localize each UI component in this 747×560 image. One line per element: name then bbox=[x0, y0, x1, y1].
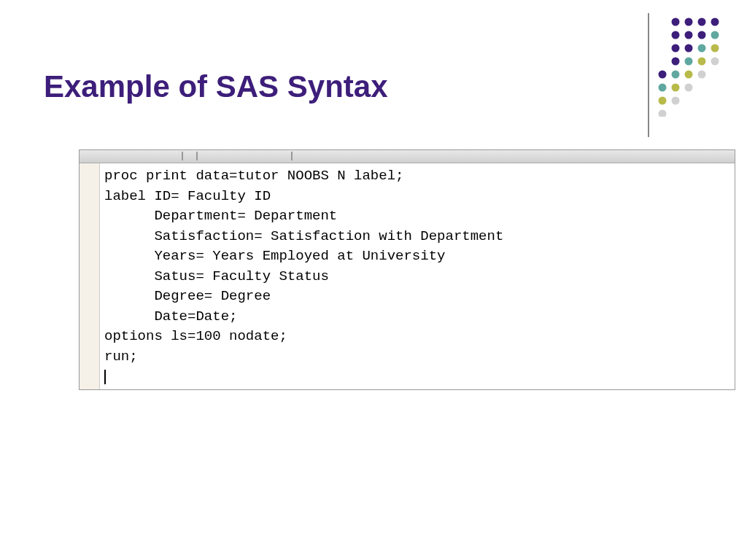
code-line: Date=Date; bbox=[104, 308, 237, 324]
decorative-dots bbox=[646, 15, 734, 117]
code-line: proc print data=tutor NOOBS N label; bbox=[104, 168, 403, 184]
svg-point-5 bbox=[685, 31, 693, 39]
svg-point-8 bbox=[672, 44, 680, 52]
svg-point-14 bbox=[698, 58, 706, 66]
code-line: Department= Department bbox=[104, 208, 337, 224]
svg-point-19 bbox=[698, 71, 706, 79]
editor-gutter bbox=[80, 163, 100, 389]
text-cursor bbox=[104, 370, 106, 384]
svg-point-16 bbox=[659, 71, 667, 79]
svg-point-2 bbox=[698, 18, 706, 26]
svg-point-12 bbox=[672, 58, 680, 66]
code-line: options ls=100 nodate; bbox=[104, 328, 287, 344]
svg-point-11 bbox=[711, 44, 719, 52]
svg-point-17 bbox=[672, 71, 680, 79]
svg-point-6 bbox=[698, 31, 706, 39]
svg-point-25 bbox=[659, 110, 667, 117]
code-line: Satisfaction= Satisfaction with Departme… bbox=[104, 228, 503, 244]
svg-point-3 bbox=[711, 18, 719, 26]
svg-point-9 bbox=[685, 44, 693, 52]
svg-point-20 bbox=[659, 84, 667, 92]
svg-point-18 bbox=[685, 71, 693, 79]
svg-point-10 bbox=[698, 44, 706, 52]
svg-point-1 bbox=[685, 18, 693, 26]
svg-point-23 bbox=[659, 97, 667, 105]
code-content[interactable]: proc print data=tutor NOOBS N label; lab… bbox=[100, 163, 735, 389]
editor-toolbar bbox=[80, 150, 735, 163]
code-line: Degree= Degree bbox=[104, 288, 271, 304]
svg-point-15 bbox=[711, 58, 719, 66]
svg-point-4 bbox=[672, 31, 680, 39]
svg-point-0 bbox=[672, 18, 680, 26]
svg-point-24 bbox=[672, 97, 680, 105]
svg-point-22 bbox=[685, 84, 693, 92]
code-line: label ID= Faculty ID bbox=[104, 188, 271, 204]
code-line: Years= Years Employed at University bbox=[104, 248, 445, 264]
code-line: Satus= Faculty Status bbox=[104, 268, 329, 284]
code-editor-window: proc print data=tutor NOOBS N label; lab… bbox=[79, 149, 735, 390]
slide-title: Example of SAS Syntax bbox=[44, 69, 388, 104]
code-line: run; bbox=[104, 349, 138, 365]
editor-body: proc print data=tutor NOOBS N label; lab… bbox=[80, 163, 735, 389]
svg-point-21 bbox=[672, 84, 680, 92]
svg-point-13 bbox=[685, 58, 693, 66]
svg-point-7 bbox=[711, 31, 719, 39]
